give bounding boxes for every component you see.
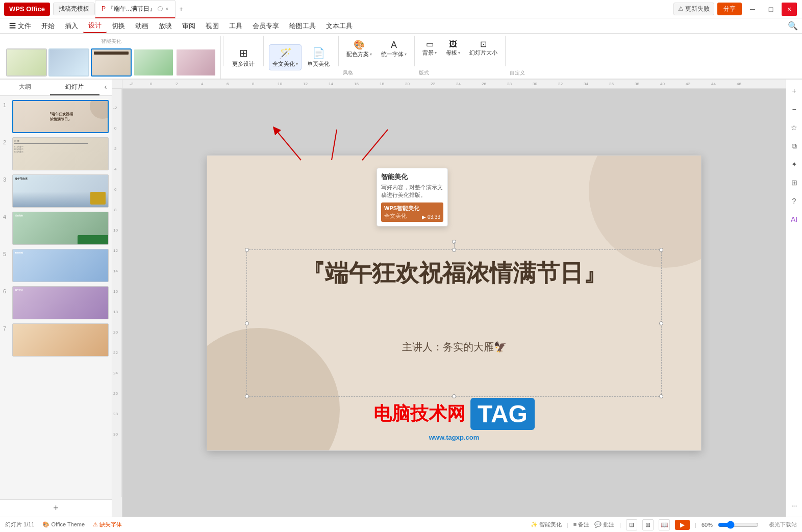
slidesorter-button[interactable]: ⊞ bbox=[642, 519, 654, 530]
slide-item-3[interactable]: 3 端午节由来 bbox=[3, 174, 109, 208]
menu-start[interactable]: 开始 bbox=[36, 19, 60, 33]
handle-top[interactable] bbox=[452, 248, 456, 252]
slide-thumb-3: 端午节由来 bbox=[12, 174, 109, 208]
document-tab[interactable]: P 『端午...满节日』 · × bbox=[95, 0, 175, 18]
close-button[interactable]: × bbox=[782, 3, 797, 16]
svg-text:26: 26 bbox=[113, 391, 118, 396]
smart-beautify-status[interactable]: ✨ 智能美化 bbox=[531, 521, 562, 528]
star-button[interactable]: ☆ bbox=[787, 120, 801, 135]
unified-font-button[interactable]: A 统一字体 ▾ bbox=[378, 37, 410, 61]
horizontal-ruler: -2 0 2 4 6 8 10 12 14 16 18 20 22 24 26 … bbox=[122, 80, 786, 89]
slide-num-5: 5 bbox=[3, 249, 10, 257]
new-tab-button[interactable]: + bbox=[176, 4, 187, 15]
svg-text:16: 16 bbox=[113, 289, 118, 294]
format-group-label: 版式 bbox=[419, 69, 501, 78]
handle-left[interactable] bbox=[245, 321, 249, 325]
menu-review[interactable]: 审阅 bbox=[177, 19, 200, 33]
grid-layout-button[interactable]: ⊞ bbox=[787, 175, 801, 190]
slide-item-4[interactable]: 4 活动美食 bbox=[3, 212, 109, 245]
svg-text:36: 36 bbox=[609, 82, 614, 86]
slide-num-6: 6 bbox=[3, 286, 10, 294]
slide-item-1[interactable]: 1 『端午狂欢祝福 浓情满节日』 bbox=[3, 100, 109, 133]
menu-insert[interactable]: 插入 bbox=[60, 19, 83, 33]
menu-tools[interactable]: 工具 bbox=[224, 19, 247, 33]
color-scheme-button[interactable]: 🎨 配色方案 ▾ bbox=[343, 37, 375, 61]
panel-collapse-button[interactable]: ‹ bbox=[99, 80, 112, 95]
theme-thumb-2[interactable] bbox=[48, 48, 89, 77]
tooltip-video[interactable]: WPS智能美化 全文美化 ▶ 03:33 bbox=[381, 202, 443, 222]
svg-text:-2: -2 bbox=[130, 82, 134, 86]
copy-button[interactable]: ⧉ bbox=[787, 139, 801, 153]
svg-text:28: 28 bbox=[113, 412, 118, 416]
wps-logo-button[interactable]: WPS Office bbox=[4, 3, 50, 16]
menu-slideshow[interactable]: 放映 bbox=[154, 19, 177, 33]
zoom-out-button[interactable]: − bbox=[787, 102, 801, 116]
svg-text:22: 22 bbox=[113, 350, 118, 355]
single-beautify-button[interactable]: 📄 单页美化 bbox=[304, 44, 333, 70]
more-designs-button[interactable]: ⊞ 更多设计 bbox=[229, 44, 258, 70]
share-button[interactable]: 分享 bbox=[717, 3, 742, 15]
magic-button[interactable]: ✦ bbox=[787, 157, 801, 171]
search-button[interactable]: 🔍 bbox=[788, 21, 798, 31]
slide-item-2[interactable]: 2 目录 01 内容一 02 内容二 03 内容三 bbox=[3, 137, 109, 170]
slide-item-7[interactable]: 7 bbox=[3, 323, 109, 357]
comments-button[interactable]: 💬 批注 bbox=[594, 521, 614, 528]
theme-thumb-3[interactable] bbox=[91, 48, 132, 77]
theme-thumb-1[interactable] bbox=[6, 48, 47, 77]
statusbar: 幻灯片 1/11 🎨 Office Theme ⚠ 缺失字体 ✨ 智能美化 | … bbox=[0, 517, 802, 532]
svg-text:4: 4 bbox=[114, 167, 117, 171]
reading-view-button[interactable]: 📖 bbox=[659, 519, 670, 530]
svg-text:34: 34 bbox=[584, 82, 588, 86]
normal-view-button[interactable]: ⊟ bbox=[626, 519, 637, 530]
ai-button[interactable]: AI bbox=[787, 212, 801, 226]
theme-thumb-5[interactable] bbox=[176, 48, 216, 77]
slides-tab[interactable]: 幻灯片 bbox=[50, 80, 100, 95]
menu-file[interactable]: ☰ 文件 bbox=[4, 19, 36, 33]
menu-design[interactable]: 设计 bbox=[83, 19, 107, 33]
handle-bottom-right[interactable] bbox=[659, 394, 663, 398]
tab-close-button[interactable]: × bbox=[165, 6, 168, 12]
background-button[interactable]: ▭ 背景 ▾ bbox=[419, 37, 440, 59]
zoom-in-button[interactable]: + bbox=[787, 84, 801, 98]
slide-title[interactable]: 『端午狂欢祝福浓情满节日』 bbox=[302, 258, 607, 289]
theme-thumb-4[interactable] bbox=[133, 48, 174, 77]
slide-main[interactable]: 『端午狂欢祝福浓情满节日』 主讲人：务实的大雁🦅 bbox=[207, 155, 701, 451]
help-button[interactable]: ? bbox=[787, 194, 801, 208]
restore-button[interactable]: □ bbox=[763, 3, 779, 16]
play-button[interactable]: ▶ bbox=[675, 520, 690, 530]
missing-font-indicator[interactable]: ⚠ 缺失字体 bbox=[93, 521, 122, 528]
notes-button[interactable]: ≡ 备注 bbox=[573, 521, 589, 528]
menu-view[interactable]: 视图 bbox=[200, 19, 224, 33]
menu-text-tools[interactable]: 文本工具 bbox=[321, 19, 358, 33]
slide-item-6[interactable]: 6 端午文化 bbox=[3, 286, 109, 319]
slide-item-5[interactable]: 5 粽束来程 bbox=[3, 249, 109, 282]
add-slide-button[interactable]: + bbox=[0, 499, 112, 517]
slide-subtitle[interactable]: 主讲人：务实的大雁🦅 bbox=[402, 340, 507, 354]
handle-right[interactable] bbox=[659, 321, 663, 325]
template-button-ribbon[interactable]: 🖼 母板 ▾ bbox=[442, 37, 464, 59]
wand-icon: 🪄 bbox=[279, 47, 292, 59]
menu-member[interactable]: 会员专享 bbox=[247, 19, 284, 33]
template-button[interactable]: 找稿壳模板 bbox=[53, 3, 95, 15]
rotation-handle[interactable] bbox=[452, 240, 456, 244]
full-beautify-button[interactable]: 🪄 全文美化 ▾ bbox=[269, 44, 302, 70]
slide-num-1: 1 bbox=[3, 100, 10, 108]
slide-canvas[interactable]: 『端午狂欢祝福浓情满节日』 主讲人：务实的大雁🦅 bbox=[122, 89, 786, 517]
outline-tab[interactable]: 大纲 bbox=[0, 80, 50, 95]
menu-animation[interactable]: 动画 bbox=[130, 19, 154, 33]
more-button[interactable]: ··· bbox=[787, 498, 801, 513]
slide-num-7: 7 bbox=[3, 323, 10, 332]
menu-draw-tools[interactable]: 绘图工具 bbox=[284, 19, 321, 33]
zoom-slider[interactable] bbox=[718, 521, 759, 529]
menu-transition[interactable]: 切换 bbox=[107, 19, 130, 33]
play-icon-status: ▶ bbox=[680, 521, 685, 528]
theme-indicator: 🎨 Office Theme bbox=[42, 521, 85, 528]
minimize-button[interactable]: ─ bbox=[745, 3, 760, 16]
handle-top-left[interactable] bbox=[245, 248, 249, 252]
svg-text:14: 14 bbox=[113, 269, 118, 273]
update-failed-button[interactable]: ⚠ 更新失败 bbox=[673, 3, 714, 15]
handle-bottom[interactable] bbox=[452, 394, 456, 398]
slide-num-3: 3 bbox=[3, 174, 10, 183]
slide-size-button[interactable]: ⊡ 幻灯片大小 bbox=[466, 37, 501, 59]
svg-text:40: 40 bbox=[660, 82, 665, 86]
